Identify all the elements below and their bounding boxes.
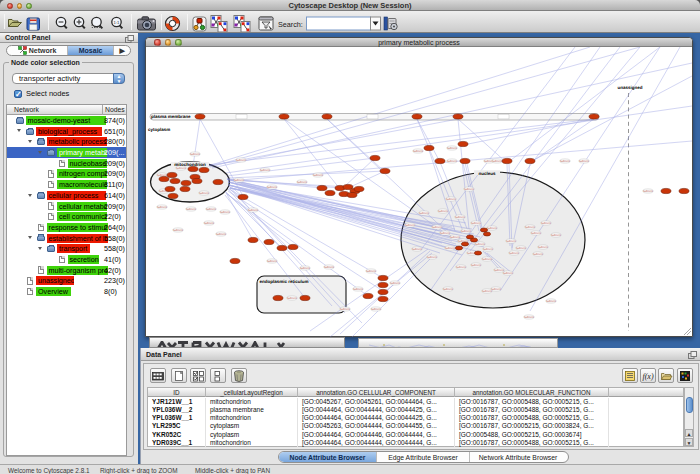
svg-text:Search:: Search: (278, 20, 303, 29)
svg-text:Subnet1: Subnet1 (525, 226, 536, 229)
svg-text:Subnet1: Subnet1 (313, 174, 324, 177)
svg-text:Subnet1: Subnet1 (412, 248, 423, 251)
svg-text:Subnet1: Subnet1 (491, 288, 502, 291)
svg-text:Subnet1: Subnet1 (450, 236, 461, 239)
svg-text:Subnet1: Subnet1 (234, 179, 245, 182)
svg-text:Subnet1: Subnet1 (176, 167, 187, 170)
svg-text:Subnet1: Subnet1 (260, 169, 271, 172)
svg-text:Subnet1: Subnet1 (371, 308, 382, 311)
svg-text:Subnet1: Subnet1 (579, 160, 590, 163)
svg-text:nucleus: nucleus (478, 171, 496, 176)
svg-text:Subnet1: Subnet1 (506, 240, 517, 243)
svg-text:Subnet1: Subnet1 (445, 247, 456, 250)
svg-text:Subnet1: Subnet1 (173, 229, 184, 232)
svg-text:Subnet1: Subnet1 (300, 267, 311, 270)
svg-text:Subnet1: Subnet1 (509, 252, 520, 255)
svg-text:Subnet1: Subnet1 (199, 192, 210, 195)
svg-text:Subnet1: Subnet1 (390, 282, 401, 285)
svg-text:Subnet1: Subnet1 (438, 210, 449, 213)
svg-text:Subnet1: Subnet1 (471, 264, 482, 267)
svg-text:Subnet1: Subnet1 (538, 246, 549, 249)
svg-text:Subnet1: Subnet1 (560, 160, 571, 163)
svg-text:Subnet1: Subnet1 (190, 153, 201, 156)
svg-text:1:1: 1:1 (114, 20, 121, 25)
svg-text:Subnet1: Subnet1 (551, 234, 562, 237)
svg-text:Subnet1: Subnet1 (541, 222, 552, 225)
svg-text:Subnet1: Subnet1 (524, 316, 535, 319)
svg-text:Subnet1: Subnet1 (531, 232, 542, 235)
svg-text:Subnet1: Subnet1 (157, 206, 168, 209)
svg-text:Subnet1: Subnet1 (340, 308, 351, 311)
svg-text:Subnet1: Subnet1 (643, 190, 654, 193)
svg-text:Subnet1: Subnet1 (419, 212, 430, 215)
svg-text:Subnet1: Subnet1 (427, 256, 438, 259)
svg-text:Subnet1: Subnet1 (446, 198, 457, 201)
svg-text:Subnet1: Subnet1 (220, 211, 231, 214)
svg-text:cytoplasm: cytoplasm (148, 127, 170, 132)
svg-text:Subnet1: Subnet1 (324, 266, 335, 269)
svg-text:Subnet1: Subnet1 (297, 181, 308, 184)
svg-text:Subnet1: Subnet1 (456, 266, 467, 269)
svg-text:Subnet1: Subnet1 (447, 147, 458, 150)
svg-text:Subnet1: Subnet1 (487, 227, 498, 230)
svg-text:Subnet1: Subnet1 (353, 288, 364, 291)
svg-text:plasma membrane: plasma membrane (151, 114, 191, 119)
svg-text:Subnet1: Subnet1 (267, 260, 278, 263)
svg-text:Subnet1: Subnet1 (492, 160, 503, 163)
svg-text:Subnet1: Subnet1 (475, 243, 486, 246)
svg-text:Subnet1: Subnet1 (482, 258, 493, 261)
svg-text:Subnet1: Subnet1 (461, 230, 472, 233)
svg-text:Subnet1: Subnet1 (216, 233, 227, 236)
svg-text:unassigned: unassigned (617, 85, 642, 90)
svg-text:Subnet1: Subnet1 (267, 186, 278, 189)
svg-text:Subnet1: Subnet1 (287, 297, 298, 300)
svg-text:Subnet1: Subnet1 (546, 300, 557, 303)
svg-text:Subnet1: Subnet1 (366, 270, 377, 273)
svg-text:Subnet1: Subnet1 (405, 224, 416, 227)
svg-text:Subnet1: Subnet1 (186, 208, 197, 211)
svg-text:Subnet1: Subnet1 (440, 232, 451, 235)
svg-text:Subnet1: Subnet1 (483, 248, 494, 251)
svg-text:Subnet1: Subnet1 (248, 209, 259, 212)
svg-text:Subnet1: Subnet1 (413, 150, 424, 153)
svg-text:Subnet1: Subnet1 (236, 159, 247, 162)
svg-text:f(x): f(x) (642, 372, 653, 381)
svg-text:Subnet1: Subnet1 (503, 272, 514, 275)
svg-text:Subnet1: Subnet1 (447, 160, 458, 163)
svg-text:Subnet1: Subnet1 (455, 216, 466, 219)
svg-text:Subnet1: Subnet1 (516, 247, 527, 250)
svg-text:Subnet1: Subnet1 (464, 188, 475, 191)
svg-text:Subnet1: Subnet1 (206, 208, 217, 211)
svg-text:Subnet1: Subnet1 (204, 222, 215, 225)
svg-text:Subnet1: Subnet1 (482, 290, 493, 293)
svg-text:mitochondrion: mitochondrion (174, 162, 206, 167)
svg-text:Subnet1: Subnet1 (432, 226, 443, 229)
svg-text:Subnet1: Subnet1 (471, 222, 482, 225)
svg-text:Subnet1: Subnet1 (443, 288, 454, 291)
svg-text:endoplasmic reticulum: endoplasmic reticulum (260, 279, 309, 284)
svg-text:Subnet1: Subnet1 (533, 253, 544, 256)
